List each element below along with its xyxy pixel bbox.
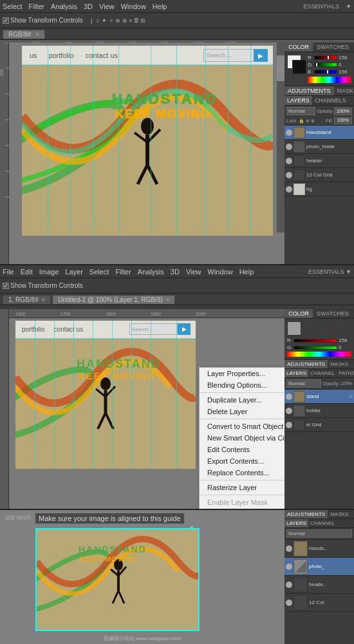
b-thumb[interactable] [327, 70, 328, 73]
color-tab[interactable]: COLOR [284, 43, 313, 52]
b-slider[interactable] [314, 70, 337, 74]
bottom-adj-tab[interactable]: ADJUSTMENTS [284, 510, 328, 518]
bottom-layer-4[interactable]: 12 Col [284, 594, 354, 612]
channels-tab[interactable]: CHANNELS [312, 96, 349, 105]
scrollbar-thumb[interactable] [277, 55, 284, 81]
bottom-layer-1[interactable]: Hands.. [284, 540, 354, 558]
layer-item-grid[interactable]: 12 Col Grid [284, 168, 354, 182]
mid-adj-tab[interactable]: ADJUSTMENTS [284, 360, 328, 368]
layer-eye-4[interactable] [286, 172, 292, 178]
layer-eye-3[interactable] [286, 158, 292, 164]
bottom-layers-tab[interactable]: LAYERS [284, 519, 308, 527]
g-thumb[interactable] [316, 63, 317, 66]
mid-spectrum[interactable] [287, 352, 351, 357]
mask-tab[interactable]: MASK [334, 86, 354, 95]
mid-menu-filter[interactable]: Filter [115, 268, 131, 276]
swatches-tab[interactable]: SWATCHES [313, 43, 353, 52]
background-color[interactable] [292, 60, 306, 74]
menu-help[interactable]: Help [153, 3, 167, 10]
mid-menu-layer[interactable]: Layer [65, 268, 83, 276]
mid-menu-window[interactable]: Window [208, 268, 233, 276]
menu-layer-properties[interactable]: Layer Properties... [200, 368, 284, 379]
mid-menu-analysis[interactable]: Analysis [138, 268, 164, 276]
bottom-eye-2[interactable] [286, 564, 292, 570]
color-spectrum[interactable] [308, 77, 351, 83]
mid-checkbox-icon[interactable]: ✓ [3, 283, 9, 289]
menu-filter[interactable]: Filter [29, 3, 44, 10]
menu-3d[interactable]: 3D [84, 3, 93, 10]
mid-paths-tab[interactable]: PATHS [337, 369, 354, 377]
transform-controls-checkbox[interactable]: ✓ Show Transform Controls [3, 17, 83, 24]
mid-menu-help[interactable]: Help [239, 268, 254, 276]
mid-search-box[interactable]: Search.... [129, 323, 178, 335]
bottom-eye-1[interactable] [286, 545, 292, 552]
layer-eye-5[interactable] [286, 186, 292, 193]
layers-tab[interactable]: LAYERS [284, 96, 312, 105]
layer-item-photo[interactable]: photo_holde [284, 140, 354, 154]
mid-tab-close-1[interactable]: × [41, 296, 45, 303]
mid-transform-checkbox[interactable]: ✓ Show Transform Controls [3, 282, 83, 289]
mid-layer-holder[interactable]: holder [284, 404, 354, 418]
g-slider[interactable] [314, 62, 337, 67]
mid-tab-close-2[interactable]: × [166, 296, 170, 303]
menu-rasterize[interactable]: Rasterize Layer [200, 482, 284, 493]
scrollbar-vertical[interactable] [277, 43, 284, 232]
search-button[interactable]: ▶ [254, 49, 268, 62]
menu-new-smart-copy[interactable]: New Smart Object via Copy [200, 432, 284, 444]
mid-color-tab[interactable]: COLOR [284, 309, 313, 318]
r-thumb[interactable] [328, 56, 329, 59]
layer-item-handstand[interactable]: Handstand [284, 126, 354, 140]
bottom-layer-2[interactable]: photo_ [284, 558, 354, 576]
search-input-web[interactable]: Search..... [203, 49, 255, 62]
opacity-input[interactable]: 100% [334, 108, 352, 115]
mid-menu-3d[interactable]: 3D [171, 268, 180, 276]
r-slider[interactable] [314, 55, 337, 60]
mid-r-slider[interactable] [293, 339, 337, 343]
mid-search-btn[interactable]: ▶ [178, 323, 191, 335]
mid-menu-file[interactable]: File [3, 268, 14, 276]
mid-layers-tab[interactable]: LAYERS [284, 369, 308, 377]
mid-tab-2[interactable]: Untitled-1 @ 100% (Layer 1, RGB/8) × [52, 295, 175, 304]
mid-tab-1[interactable]: 1, RGB/8# × [3, 295, 51, 304]
menu-window[interactable]: Window [121, 3, 146, 10]
menu-analysis[interactable]: Analysis [51, 3, 77, 10]
mid-menu-edit[interactable]: Edit [21, 268, 33, 276]
menu-blending-options[interactable]: Blending Options... [200, 379, 284, 391]
mid-eye-2[interactable] [286, 408, 292, 414]
mid-fg-color[interactable] [287, 321, 301, 336]
tab-close[interactable]: × [35, 31, 39, 38]
mid-menu-view[interactable]: View [186, 268, 201, 276]
menu-delete-layer[interactable]: Delete Layer [200, 406, 284, 417]
mid-layer-stand[interactable]: stand fx [284, 390, 354, 404]
fill-input[interactable]: 100% [334, 117, 352, 124]
mid-swatches-tab[interactable]: SWATCHES [313, 309, 353, 318]
layer-eye-1[interactable] [286, 129, 292, 136]
bottom-blend-select[interactable]: Normal [286, 529, 352, 538]
mid-masks-tab[interactable]: MASKS [328, 360, 351, 368]
menu-replace-contents[interactable]: Replace Contents... [200, 467, 284, 478]
menu-select[interactable]: Select [3, 3, 23, 10]
mid-menu-image[interactable]: Image [39, 268, 59, 276]
mid-layer-grid[interactable]: el Grid [284, 418, 354, 432]
bottom-channel-tab[interactable]: CHANNEL [308, 519, 337, 527]
layer-item-bg[interactable]: bg [284, 182, 354, 196]
menu-view[interactable]: View [99, 3, 115, 10]
mid-channels-tab[interactable]: CHANNEL [308, 369, 337, 377]
layer-eye-2[interactable] [286, 144, 292, 150]
mid-eye-1[interactable] [286, 393, 292, 400]
menu-convert-smart[interactable]: Convert to Smart Object [200, 421, 284, 432]
mid-menu-select[interactable]: Select [89, 268, 109, 276]
bottom-masks-tab[interactable]: MASKS [328, 510, 351, 518]
bottom-eye-3[interactable] [286, 582, 292, 588]
menu-export-contents[interactable]: Export Contents... [200, 455, 284, 467]
menu-edit-contents[interactable]: Edit Contents [200, 444, 284, 455]
blend-mode-select[interactable]: Normal [286, 107, 315, 115]
mid-g-slider[interactable] [293, 346, 337, 350]
checkbox-icon[interactable]: ✓ [3, 17, 9, 24]
adjustments-tab[interactable]: ADJUSTMENTS [284, 86, 334, 95]
essentials-arrow[interactable]: ▼ [346, 3, 351, 10]
bottom-eye-4[interactable] [286, 600, 292, 606]
layer-item-header[interactable]: header [284, 154, 354, 168]
mid-blend-select[interactable]: Normal [286, 379, 321, 388]
mid-eye-3[interactable] [286, 422, 292, 428]
